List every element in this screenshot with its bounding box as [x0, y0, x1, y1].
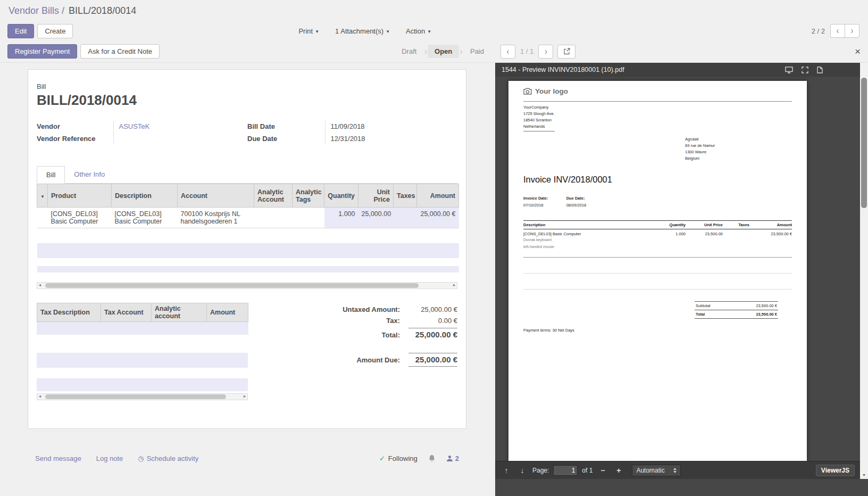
- preview-vertical-scrollbar[interactable]: ▾: [860, 63, 868, 479]
- status-row: Register Payment Ask for a Credit Note D…: [0, 40, 868, 63]
- empty-line-band: [37, 378, 248, 391]
- page-up-button[interactable]: ↑: [500, 464, 512, 477]
- total-value: 25,000.00 €: [408, 328, 457, 339]
- create-button[interactable]: Create: [37, 24, 73, 38]
- cell-description: [CONS_DEL03] Basic Computer: [112, 208, 178, 228]
- vendor-reference-label: Vendor Reference: [37, 133, 113, 145]
- breadcrumb-vendor-bills-link[interactable]: Vendor Bills /: [9, 5, 64, 16]
- scroll-down-icon[interactable]: ▾: [860, 473, 868, 477]
- tab-bill[interactable]: Bill: [37, 166, 65, 184]
- scrollbar-thumb[interactable]: [45, 283, 419, 288]
- empty-line-row: [37, 266, 459, 272]
- viewerjs-brand-button[interactable]: ViewerJS: [816, 465, 855, 476]
- vendor-link[interactable]: ASUSTeK: [119, 122, 150, 130]
- tax-lines-table: Tax Description Tax Account Analytic acc…: [37, 303, 248, 335]
- invoice-title: Invoice INV/2018/0001: [523, 175, 612, 185]
- page-label: Page:: [532, 467, 549, 474]
- following-toggle[interactable]: ✓Following: [379, 454, 418, 462]
- close-preview-button[interactable]: ×: [855, 46, 861, 56]
- status-paid[interactable]: Paid: [463, 45, 491, 58]
- scroll-right-icon[interactable]: ▸: [244, 394, 246, 399]
- chevron-down-icon: ▼: [386, 29, 390, 34]
- notification-bell-icon[interactable]: [428, 454, 436, 462]
- col-amount: Amount: [417, 184, 459, 208]
- status-open[interactable]: Open: [428, 45, 459, 58]
- preview-prev-button[interactable]: ‹: [500, 45, 515, 59]
- status-draft[interactable]: Draft: [395, 45, 423, 58]
- empty-line-row: [37, 258, 459, 266]
- pdf-totals: Subtotal 23,500.00 € Total 23,500.00 €: [695, 301, 778, 319]
- preview-pager-label: 1 / 1: [520, 47, 533, 55]
- due-date-value: 12/31/2018: [325, 133, 453, 145]
- expand-caret-icon[interactable]: ▼: [37, 184, 48, 208]
- amount-due-value: 25,000.00 €: [408, 353, 457, 367]
- empty-rule: [523, 274, 792, 290]
- action-dropdown[interactable]: Action▼: [406, 27, 431, 35]
- following-label: Following: [388, 454, 418, 462]
- popout-button[interactable]: [557, 45, 575, 59]
- record-prev-button[interactable]: ‹: [830, 24, 845, 38]
- col-analytic-account: Analytic Account: [254, 184, 293, 208]
- vendor-reference-value: [113, 133, 247, 145]
- action-label: Action: [406, 27, 425, 35]
- scroll-left-icon[interactable]: ◂: [39, 283, 41, 287]
- send-message-link[interactable]: Send message: [35, 454, 81, 462]
- header-rule: [523, 101, 792, 102]
- pdf-preview-pane: 1544 - Preview INVINV20180001 (10).pdf: [495, 63, 868, 496]
- company-address: YourCompany 1725 Slough Ave. 18540 Scran…: [523, 104, 555, 131]
- clock-icon: ◷: [138, 454, 144, 462]
- fullscreen-icon[interactable]: [802, 67, 808, 73]
- col-analytic-tags: Analytic Tags: [293, 184, 324, 208]
- col-tax-account: Tax Account: [101, 303, 152, 321]
- followers-count[interactable]: 2: [446, 454, 459, 462]
- print-dropdown[interactable]: Print▼: [298, 27, 319, 35]
- select-arrows-icon: [673, 468, 677, 473]
- form-view: Bill BILL/2018/0014 Vendor ASUSTeK Vendo…: [0, 63, 495, 496]
- scroll-left-icon[interactable]: ◂: [39, 394, 41, 399]
- col-unit-price: Unit Price: [358, 184, 394, 208]
- page-down-button[interactable]: ↓: [516, 464, 528, 477]
- cell-product: [CONS_DEL03] Basic Computer: [48, 208, 112, 228]
- pdf-line-row: [CONS_DEL03] Basic Computer Dvorak keybo…: [523, 229, 792, 258]
- zoom-out-button[interactable]: −: [597, 464, 608, 477]
- scrollbar-thumb[interactable]: [861, 78, 867, 208]
- preview-next-button[interactable]: ›: [538, 45, 553, 59]
- credit-note-button[interactable]: Ask for a Credit Note: [80, 44, 160, 59]
- zoom-in-button[interactable]: +: [613, 464, 624, 477]
- tax-horizontal-scrollbar[interactable]: ◂ ▸: [37, 393, 248, 400]
- bill-bottom-section: Tax Description Tax Account Analytic acc…: [37, 303, 457, 400]
- page-number-input[interactable]: [553, 465, 578, 476]
- log-note-link[interactable]: Log note: [96, 454, 123, 462]
- amount-due-label: Amount Due:: [356, 356, 400, 364]
- attachments-dropdown[interactable]: 1 Attachment(s)▼: [335, 27, 390, 35]
- schedule-activity-link[interactable]: ◷Schedule activity: [138, 454, 198, 462]
- main-split: Bill BILL/2018/0014 Vendor ASUSTeK Vendo…: [0, 63, 868, 496]
- record-next-button[interactable]: ›: [845, 24, 859, 38]
- scroll-right-icon[interactable]: ▸: [453, 283, 455, 287]
- cell-amount: 25,000.00 €: [417, 208, 459, 228]
- chatter: Send message Log note ◷Schedule activity…: [28, 454, 466, 462]
- invoice-line-row[interactable]: [CONS_DEL03] Basic Computer [CONS_DEL03]…: [37, 208, 459, 228]
- invoice-lines-table: ▼ Product Description Account Analytic A…: [37, 184, 459, 272]
- tab-other-info[interactable]: Other Info: [65, 166, 114, 183]
- payment-terms: Payment terms: 30 Net Days: [523, 328, 574, 333]
- status-pipeline: Draft › Open › Paid: [395, 45, 491, 58]
- register-payment-button[interactable]: Register Payment: [7, 44, 77, 59]
- due-date-label: Due Date: [247, 133, 325, 145]
- subtotal-value: 23,500.00 €: [756, 303, 777, 308]
- chevron-down-icon: ▼: [315, 29, 319, 34]
- invoice-date-label: Invoice Date:: [523, 196, 548, 201]
- presentation-icon[interactable]: [785, 67, 793, 73]
- edit-button[interactable]: Edit: [7, 24, 34, 38]
- empty-line-row: [37, 228, 459, 243]
- scrollbar-thumb[interactable]: [45, 394, 226, 399]
- bill-date-label: Bill Date: [247, 120, 325, 133]
- followers-number: 2: [455, 454, 459, 462]
- zoom-mode-select[interactable]: Automatic: [632, 465, 680, 476]
- lines-horizontal-scrollbar[interactable]: ◂ ▸: [37, 282, 457, 289]
- chevron-right-icon: ›: [460, 46, 463, 57]
- cell-handle: [37, 208, 48, 228]
- document-icon[interactable]: [817, 67, 823, 73]
- col-tax-description: Tax Description: [37, 303, 101, 321]
- tax-header-row: Tax Description Tax Account Analytic acc…: [37, 303, 248, 321]
